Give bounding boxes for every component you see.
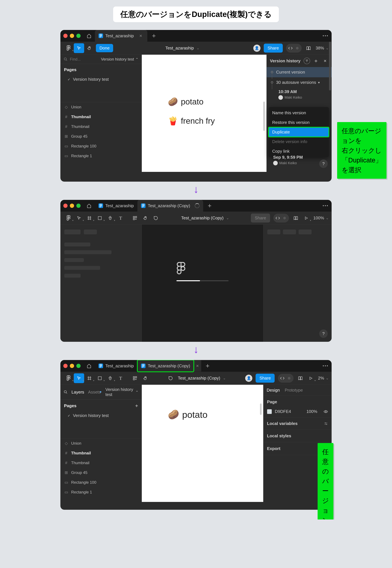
maximize-window-icon[interactable]: [76, 364, 81, 368]
find-input[interactable]: [70, 57, 84, 62]
minimize-window-icon[interactable]: [70, 34, 74, 38]
settings-icon[interactable]: [324, 422, 328, 426]
more-menu-icon[interactable]: •••: [323, 364, 329, 368]
move-tool[interactable]: ▾: [74, 373, 84, 383]
zoom-control[interactable]: 100%⌄: [313, 215, 329, 221]
version-item-current[interactable]: Current version: [267, 67, 332, 77]
page-item[interactable]: ✓ Version history test: [60, 75, 142, 84]
layer-item[interactable]: ▭Rectangle 1: [60, 151, 142, 161]
menu-delete-version-info[interactable]: Delete version info: [269, 137, 329, 146]
search-icon[interactable]: [64, 390, 68, 394]
layer-item[interactable]: ▭Rectangle 1: [60, 487, 142, 497]
local-variables-section[interactable]: Local variables: [263, 417, 332, 430]
new-tab-button[interactable]: +: [147, 32, 160, 40]
figma-menu-button[interactable]: ▾: [63, 43, 74, 53]
file-tab-active-highlighted[interactable]: Test_azaraship (Copy): [137, 360, 194, 372]
library-icon[interactable]: [291, 213, 301, 223]
close-window-icon[interactable]: [63, 204, 68, 208]
home-button[interactable]: [85, 362, 93, 370]
pen-tool[interactable]: ▾: [105, 213, 115, 223]
chevron-down-icon[interactable]: ⌄: [223, 376, 226, 380]
zoom-control[interactable]: 38% ⌄: [316, 46, 329, 51]
close-window-icon[interactable]: [63, 364, 68, 368]
text-tool[interactable]: T: [115, 373, 126, 383]
zoom-control[interactable]: 2%⌄: [318, 376, 329, 381]
layer-item[interactable]: ▭Rectangle 100: [60, 478, 142, 487]
resources-button[interactable]: [130, 213, 140, 223]
layer-item[interactable]: #Thumbnail: [60, 448, 142, 458]
more-menu-icon[interactable]: •••: [323, 203, 329, 208]
page-item[interactable]: ✓ Version history test: [60, 411, 142, 420]
user-avatar[interactable]: 👤: [245, 375, 252, 382]
version-history-page-selector[interactable]: Version history test ⌃: [101, 57, 138, 62]
canvas[interactable]: 🥔 potato 🍟 french fry: [142, 55, 266, 172]
chevron-down-icon[interactable]: ⌄: [226, 216, 229, 220]
file-tab-active[interactable]: Test_azaraship (Copy): [137, 200, 203, 212]
hand-tool[interactable]: [140, 213, 151, 223]
version-item[interactable]: 10:39 AM Maki Keiko: [267, 88, 332, 102]
maximize-window-icon[interactable]: [76, 204, 81, 208]
resources-button[interactable]: [130, 373, 140, 383]
layer-item[interactable]: ◇Union: [60, 102, 142, 112]
hand-tool[interactable]: [84, 43, 95, 53]
hand-tool[interactable]: [140, 373, 151, 383]
present-button[interactable]: ▾: [306, 373, 316, 383]
user-avatar[interactable]: 👤: [253, 45, 260, 52]
layer-item[interactable]: ▭Rectangle 100: [60, 141, 142, 151]
share-button[interactable]: Share: [264, 44, 283, 53]
document-title[interactable]: Test_azaraship: [165, 46, 194, 51]
minimize-window-icon[interactable]: [70, 364, 74, 368]
layer-item[interactable]: #Thumbnail: [60, 458, 142, 468]
panel-scrollbar[interactable]: [329, 42, 331, 90]
canvas-scrollbar[interactable]: [260, 403, 262, 415]
add-page-icon[interactable]: +: [135, 403, 138, 409]
done-button[interactable]: Done: [96, 44, 113, 52]
prototype-tab[interactable]: Prototype: [285, 388, 303, 393]
comment-tool[interactable]: [168, 376, 173, 381]
shape-tool[interactable]: ▾: [95, 373, 105, 383]
move-tool[interactable]: [74, 43, 84, 53]
close-window-icon[interactable]: [63, 34, 68, 38]
file-tab[interactable]: Test_azaraship: [95, 200, 137, 212]
share-button[interactable]: Share: [251, 214, 270, 222]
close-panel-icon[interactable]: ×: [322, 58, 328, 64]
layer-item[interactable]: #Thumbnail: [60, 112, 142, 122]
more-menu-icon[interactable]: •••: [323, 34, 329, 38]
design-tab[interactable]: Design: [267, 388, 280, 393]
library-icon[interactable]: [295, 373, 306, 383]
close-tab-icon[interactable]: ×: [136, 33, 144, 39]
page-color-row[interactable]: D9DFE4 100%: [263, 406, 332, 417]
dev-mode-toggle[interactable]: [286, 44, 302, 53]
file-tab-active[interactable]: Test_azaraship ×: [95, 30, 147, 42]
pen-tool[interactable]: ▾: [105, 373, 115, 383]
figma-menu-button[interactable]: ▾: [63, 373, 74, 383]
close-tab-icon[interactable]: ×: [194, 360, 201, 372]
layer-item[interactable]: ⊞Group 45: [60, 468, 142, 478]
visibility-icon[interactable]: [323, 410, 328, 413]
minimize-window-icon[interactable]: [70, 204, 74, 208]
document-title[interactable]: Test_azaraship (Copy): [181, 215, 224, 221]
dev-mode-toggle[interactable]: [278, 374, 294, 383]
search-icon[interactable]: [64, 57, 68, 61]
canvas[interactable]: 🥔 potato: [142, 385, 263, 502]
shape-tool[interactable]: ▾: [95, 213, 105, 223]
menu-duplicate[interactable]: Duplicate: [269, 127, 329, 137]
library-icon[interactable]: [303, 43, 314, 53]
local-styles-section[interactable]: Local styles: [263, 430, 332, 442]
page-selector[interactable]: Version history test⌃: [105, 387, 138, 397]
chevron-down-icon[interactable]: ⌄: [196, 46, 199, 50]
menu-restore-version[interactable]: Restore this version: [269, 118, 329, 127]
layers-tab[interactable]: Layers: [71, 390, 84, 395]
new-tab-button[interactable]: +: [203, 202, 216, 209]
figma-menu-button[interactable]: ▾: [63, 213, 74, 223]
file-tab[interactable]: Test_azaraship: [95, 360, 137, 372]
frame-tool[interactable]: ▾: [84, 213, 95, 223]
present-button[interactable]: ▾: [301, 213, 311, 223]
document-title[interactable]: Test_azaraship (Copy): [178, 376, 220, 381]
assets-tab[interactable]: Assets•: [88, 390, 102, 395]
text-tool[interactable]: T: [115, 213, 126, 223]
frame-tool[interactable]: ▾: [84, 373, 95, 383]
color-hex[interactable]: D9DFE4: [275, 409, 291, 414]
filter-icon[interactable]: [304, 58, 310, 64]
color-swatch[interactable]: [267, 409, 272, 414]
